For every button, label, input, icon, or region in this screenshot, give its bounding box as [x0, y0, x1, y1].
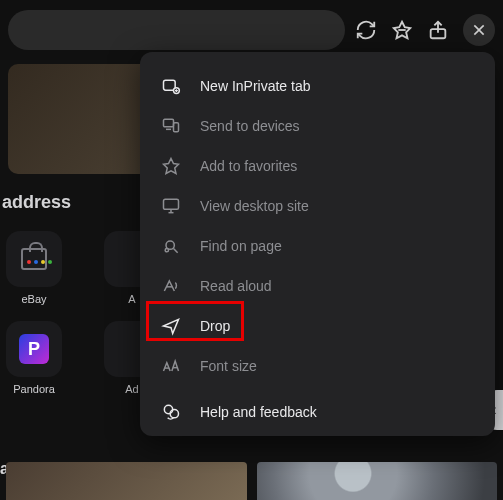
news-thumbnails — [0, 462, 503, 500]
menu-item-label: New InPrivate tab — [200, 78, 311, 94]
app-label: eBay — [21, 293, 46, 305]
tab-inprivate-icon — [160, 75, 182, 97]
topbar-actions — [355, 14, 495, 46]
app-label: Pandora — [13, 383, 55, 395]
address-bar[interactable] — [8, 10, 345, 50]
svg-line-16 — [174, 249, 178, 253]
app-label: A — [128, 293, 135, 305]
app-label: Ad — [125, 383, 138, 395]
read-aloud-icon — [160, 275, 182, 297]
menu-new-inprivate-tab[interactable]: New InPrivate tab — [150, 66, 485, 106]
svg-rect-12 — [164, 199, 179, 209]
overflow-menu: New InPrivate tab Send to devices Add to… — [140, 52, 495, 436]
favorites-icon[interactable] — [391, 19, 413, 41]
menu-item-label: Find on page — [200, 238, 282, 254]
news-thumb-2[interactable] — [257, 462, 498, 500]
font-size-icon — [160, 355, 182, 377]
menu-send-to-devices[interactable]: Send to devices — [150, 106, 485, 146]
send-devices-icon — [160, 115, 182, 137]
menu-font-size[interactable]: Font size — [150, 346, 485, 386]
browser-topbar — [0, 0, 503, 60]
menu-drop[interactable]: Drop — [150, 306, 485, 346]
share-icon[interactable] — [427, 19, 449, 41]
news-thumb-1[interactable] — [6, 462, 247, 500]
app-ebay[interactable]: eBay — [2, 231, 66, 305]
menu-item-label: Send to devices — [200, 118, 300, 134]
menu-item-label: Add to favorites — [200, 158, 297, 174]
svg-rect-8 — [164, 119, 174, 127]
menu-add-to-favorites[interactable]: Add to favorites — [150, 146, 485, 186]
menu-view-desktop-site[interactable]: View desktop site — [150, 186, 485, 226]
menu-item-label: Font size — [200, 358, 257, 374]
menu-read-aloud[interactable]: Read aloud — [150, 266, 485, 306]
menu-item-label: Drop — [200, 318, 230, 334]
menu-item-label: Read aloud — [200, 278, 272, 294]
menu-item-label: Help and feedback — [200, 404, 317, 420]
menu-help-feedback[interactable]: Help and feedback — [150, 392, 485, 432]
menu-find-on-page[interactable]: Find on page — [150, 226, 485, 266]
star-icon — [160, 155, 182, 177]
svg-rect-10 — [174, 123, 179, 132]
svg-point-17 — [165, 249, 168, 252]
svg-marker-11 — [164, 159, 179, 174]
menu-item-label: View desktop site — [200, 198, 309, 214]
find-icon — [160, 235, 182, 257]
help-icon — [160, 401, 182, 423]
svg-point-21 — [164, 405, 172, 413]
close-button[interactable] — [463, 14, 495, 46]
drop-icon — [160, 315, 182, 337]
app-pandora[interactable]: P Pandora — [2, 321, 66, 395]
svg-point-22 — [170, 410, 178, 418]
refresh-icon[interactable] — [355, 19, 377, 41]
desktop-icon — [160, 195, 182, 217]
